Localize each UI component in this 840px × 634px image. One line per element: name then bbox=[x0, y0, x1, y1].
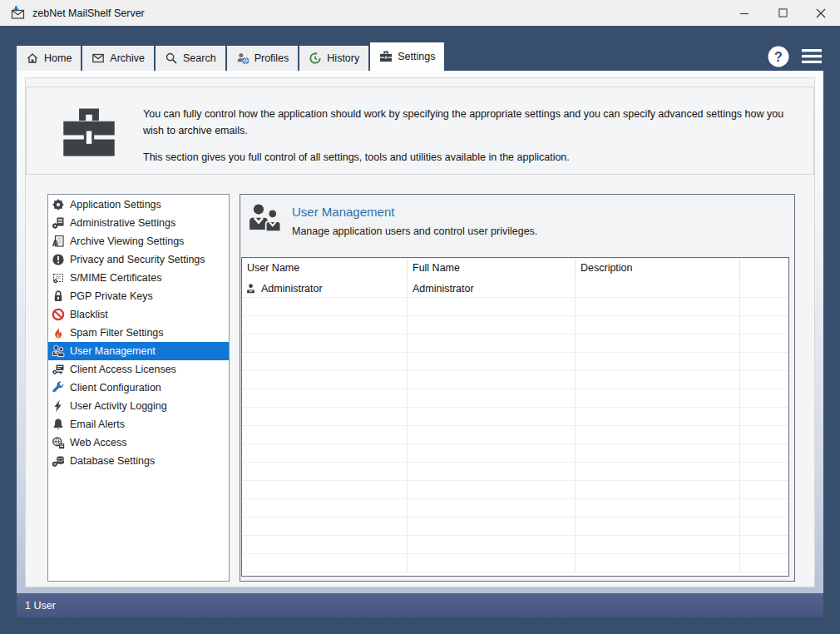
gear-icon bbox=[52, 198, 65, 211]
sidebar-item-s-mime-certificates[interactable]: S/MIME Certificates bbox=[48, 269, 229, 287]
svg-text:A: A bbox=[52, 238, 59, 248]
sidebar-item-database-settings[interactable]: Database Settings bbox=[48, 452, 229, 470]
sidebar-item-label: Administrative Settings bbox=[70, 217, 175, 229]
table-row-administrator[interactable]: AdministratorAdministrator bbox=[242, 280, 788, 298]
sidebar-item-administrative-settings[interactable]: Administrative Settings bbox=[48, 214, 229, 232]
table-cell bbox=[576, 408, 740, 425]
table-cell bbox=[242, 371, 408, 389]
table-row-empty[interactable] bbox=[242, 389, 788, 408]
maximize-icon bbox=[778, 8, 788, 17]
certificate-icon bbox=[52, 271, 65, 285]
table-cell bbox=[576, 426, 740, 443]
sidebar-item-web-access[interactable]: Web Access bbox=[48, 433, 229, 452]
table-row-empty[interactable] bbox=[242, 298, 788, 316]
globe-doc-icon bbox=[52, 436, 65, 449]
home-icon bbox=[26, 52, 39, 65]
table-cell bbox=[576, 536, 740, 553]
sidebar-item-spam-filter-settings[interactable]: Spam Filter Settings bbox=[48, 324, 229, 342]
table-cell bbox=[408, 371, 576, 389]
close-icon bbox=[816, 8, 826, 18]
person-icon bbox=[245, 283, 256, 295]
table-cell bbox=[576, 518, 740, 535]
sidebar-item-archive-viewing-settings[interactable]: AArchive Viewing Settings bbox=[48, 232, 229, 250]
table-row-empty[interactable] bbox=[242, 353, 788, 371]
sidebar-item-blacklist[interactable]: Blacklist bbox=[48, 305, 229, 324]
table-cell bbox=[242, 316, 408, 334]
settings-category-list: Application SettingsAdministrative Setti… bbox=[47, 194, 230, 582]
minimize-button[interactable] bbox=[725, 0, 763, 26]
users-table: User NameFull NameDescription Administra… bbox=[241, 257, 789, 577]
intro-box: You can fully control how the applicatio… bbox=[26, 87, 814, 175]
table-cell bbox=[408, 444, 576, 462]
sidebar-item-user-activity-logging[interactable]: User Activity Logging bbox=[48, 397, 229, 415]
sidebar-item-label: PGP Private Keys bbox=[70, 290, 153, 302]
sidebar-item-label: Database Settings bbox=[70, 455, 155, 467]
minimize-icon bbox=[739, 8, 749, 18]
table-row-empty[interactable] bbox=[242, 554, 788, 572]
help-icon[interactable]: ? bbox=[768, 46, 789, 67]
table-row-empty[interactable] bbox=[242, 371, 788, 389]
padlock-icon bbox=[52, 290, 65, 303]
table-cell bbox=[576, 481, 740, 498]
tab-settings[interactable]: Settings bbox=[370, 42, 444, 71]
tab-history[interactable]: History bbox=[299, 46, 368, 71]
users-table-body: AdministratorAdministrator bbox=[242, 280, 788, 572]
table-row-empty[interactable] bbox=[242, 334, 788, 353]
tab-label: Profiles bbox=[254, 52, 289, 64]
client-area: You can fully control how the applicatio… bbox=[17, 71, 823, 593]
table-cell bbox=[576, 371, 740, 389]
sidebar-item-label: Spam Filter Settings bbox=[70, 327, 164, 339]
table-row-empty[interactable] bbox=[242, 536, 788, 554]
sidebar-item-pgp-private-keys[interactable]: PGP Private Keys bbox=[48, 287, 229, 305]
table-row-empty[interactable] bbox=[242, 444, 788, 463]
column-header-full-name[interactable]: Full Name bbox=[408, 258, 576, 280]
table-row-empty[interactable] bbox=[242, 481, 788, 499]
table-cell bbox=[408, 408, 576, 425]
table-cell bbox=[242, 463, 408, 480]
table-cell bbox=[740, 334, 788, 352]
tab-profiles[interactable]: Profiles bbox=[227, 46, 299, 71]
sidebar-item-client-configuration[interactable]: Client Configuration bbox=[48, 379, 229, 397]
sidebar-item-label: Client Access Licenses bbox=[70, 364, 176, 375]
header-actions: ? bbox=[768, 42, 822, 71]
table-cell bbox=[242, 389, 408, 407]
sidebar-item-email-alerts[interactable]: Email Alerts bbox=[48, 415, 229, 433]
table-cell bbox=[408, 298, 576, 315]
column-header-empty[interactable] bbox=[740, 258, 788, 280]
prohibition-icon bbox=[52, 308, 65, 321]
table-cell bbox=[242, 536, 408, 553]
table-row-empty[interactable] bbox=[242, 499, 788, 518]
sidebar-item-user-management[interactable]: User Management bbox=[48, 342, 229, 360]
sidebar-item-label: Privacy and Security Settings bbox=[70, 254, 205, 265]
table-cell bbox=[242, 481, 408, 498]
table-row-empty[interactable] bbox=[242, 518, 788, 536]
table-row-empty[interactable] bbox=[242, 463, 788, 481]
tab-home[interactable]: Home bbox=[17, 46, 81, 71]
table-row-empty[interactable] bbox=[242, 316, 788, 334]
table-cell bbox=[242, 518, 408, 535]
table-cell bbox=[576, 353, 740, 370]
archive-icon bbox=[91, 52, 105, 65]
lightning-icon bbox=[52, 399, 65, 413]
tab-bar: HomeArchiveSearchProfilesHistorySettings bbox=[17, 42, 446, 71]
table-row-empty[interactable] bbox=[242, 426, 788, 444]
maximize-button[interactable] bbox=[763, 0, 802, 26]
table-cell bbox=[242, 554, 408, 572]
table-cell bbox=[576, 316, 740, 334]
column-header-description[interactable]: Description bbox=[576, 258, 740, 280]
table-cell bbox=[576, 444, 740, 462]
intro-paragraph-2: This section gives you full control of a… bbox=[143, 149, 792, 166]
sidebar-item-client-access-licenses[interactable]: Client Access Licenses bbox=[48, 360, 229, 379]
tab-search[interactable]: Search bbox=[156, 46, 225, 71]
svg-text:?: ? bbox=[774, 49, 783, 63]
sidebar-item-privacy-and-security-settings[interactable]: Privacy and Security Settings bbox=[48, 250, 229, 269]
close-button[interactable] bbox=[802, 0, 840, 26]
table-cell bbox=[740, 408, 788, 425]
table-cell bbox=[740, 426, 788, 443]
tab-archive[interactable]: Archive bbox=[82, 46, 154, 71]
sidebar-item-application-settings[interactable]: Application Settings bbox=[48, 196, 229, 214]
table-row-empty[interactable] bbox=[242, 408, 788, 426]
column-header-user-name[interactable]: User Name bbox=[242, 258, 408, 280]
menu-icon[interactable] bbox=[802, 49, 822, 63]
table-cell bbox=[576, 280, 740, 297]
